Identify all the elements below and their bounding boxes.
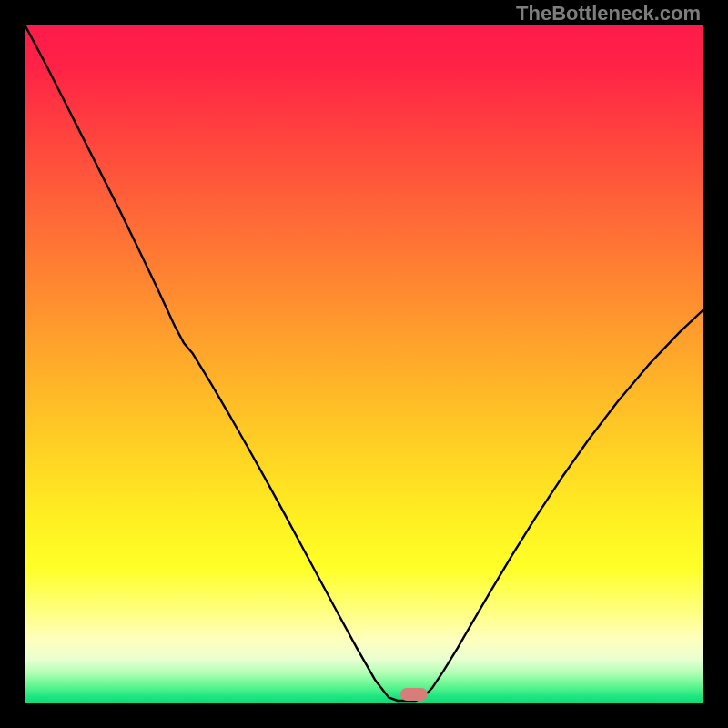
plot-area [25,25,703,703]
attribution-text: TheBottleneck.com [516,2,701,25]
optimal-marker [400,688,428,701]
chart-frame: TheBottleneck.com [0,0,728,728]
bottleneck-curve [25,25,703,703]
